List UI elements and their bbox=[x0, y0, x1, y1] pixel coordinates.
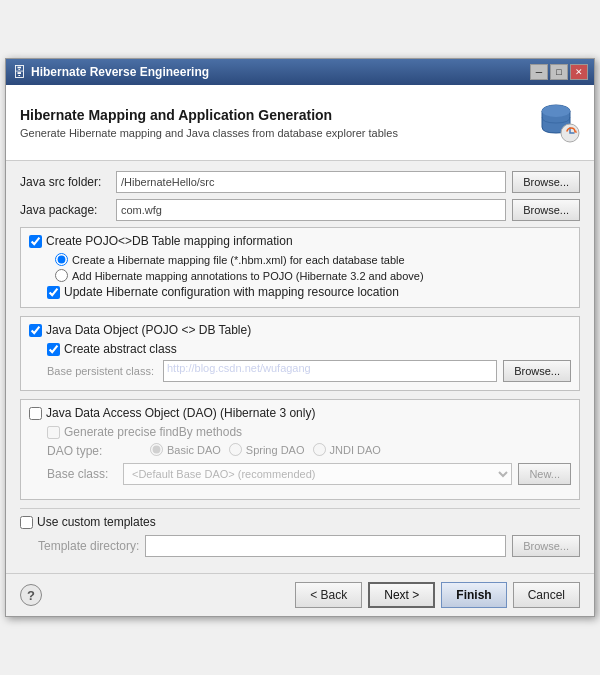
back-button[interactable]: < Back bbox=[295, 582, 362, 608]
jdo-checkbox-label[interactable]: Java Data Object (POJO <> DB Table) bbox=[29, 323, 251, 337]
title-bar-buttons: ─ □ ✕ bbox=[530, 64, 588, 80]
custom-templates-checkbox-label[interactable]: Use custom templates bbox=[20, 515, 580, 529]
db-sync-icon bbox=[532, 97, 580, 145]
radio-hbm-label[interactable]: Create a Hibernate mapping file (*.hbm.x… bbox=[55, 253, 571, 266]
main-window: 🗄 Hibernate Reverse Engineering ─ □ ✕ Hi… bbox=[5, 58, 595, 617]
findby-text: Generate precise findBy methods bbox=[64, 425, 242, 439]
jndi-dao-radio[interactable] bbox=[313, 443, 326, 456]
abstract-class-checkbox-label[interactable]: Create abstract class bbox=[47, 342, 571, 356]
help-button[interactable]: ? bbox=[20, 584, 42, 606]
spring-dao-label[interactable]: Spring DAO bbox=[229, 443, 305, 456]
pojo-db-checkbox-label[interactable]: Create POJO<>DB Table mapping informatio… bbox=[29, 234, 293, 248]
window-title: Hibernate Reverse Engineering bbox=[31, 65, 525, 79]
radio-annotation[interactable] bbox=[55, 269, 68, 282]
pojo-db-label: Create POJO<>DB Table mapping informatio… bbox=[46, 234, 293, 248]
radio-annotation-label[interactable]: Add Hibernate mapping annotations to POJ… bbox=[55, 269, 571, 282]
maximize-button[interactable]: □ bbox=[550, 64, 568, 80]
findby-checkbox-label[interactable]: Generate precise findBy methods bbox=[47, 425, 571, 439]
jdo-label: Java Data Object (POJO <> DB Table) bbox=[46, 323, 251, 337]
custom-templates-checkbox[interactable] bbox=[20, 516, 33, 529]
dao-label: Java Data Access Object (DAO) (Hibernate… bbox=[46, 406, 315, 420]
finish-button[interactable]: Finish bbox=[441, 582, 506, 608]
spring-dao-radio[interactable] bbox=[229, 443, 242, 456]
header-icon bbox=[532, 97, 580, 148]
dao-type-row: DAO type: Basic DAO Spring DAO JNDI D bbox=[47, 443, 571, 459]
dao-section-title: Java Data Access Object (DAO) (Hibernate… bbox=[29, 406, 571, 420]
basic-dao-text: Basic DAO bbox=[167, 444, 221, 456]
close-button[interactable]: ✕ bbox=[570, 64, 588, 80]
java-package-browse-button[interactable]: Browse... bbox=[512, 199, 580, 221]
radio-hbm-text: Create a Hibernate mapping file (*.hbm.x… bbox=[72, 254, 405, 266]
java-package-row: Java package: Browse... bbox=[20, 199, 580, 221]
abstract-class-text: Create abstract class bbox=[64, 342, 177, 356]
page-title: Hibernate Mapping and Application Genera… bbox=[20, 107, 398, 123]
base-class-row: Base class: <Default Base DAO> (recommen… bbox=[47, 463, 571, 485]
radio-annotation-text: Add Hibernate mapping annotations to POJ… bbox=[72, 270, 424, 282]
title-bar: 🗄 Hibernate Reverse Engineering ─ □ ✕ bbox=[6, 59, 594, 85]
java-data-object-section: Java Data Object (POJO <> DB Table) Crea… bbox=[20, 316, 580, 391]
java-package-input[interactable] bbox=[116, 199, 506, 221]
dao-checkbox-label[interactable]: Java Data Access Object (DAO) (Hibernate… bbox=[29, 406, 315, 420]
java-src-input[interactable] bbox=[116, 171, 506, 193]
findby-checkbox[interactable] bbox=[47, 426, 60, 439]
basic-dao-label[interactable]: Basic DAO bbox=[150, 443, 221, 456]
jndi-dao-text: JNDI DAO bbox=[330, 444, 381, 456]
svg-point-1 bbox=[542, 105, 570, 117]
minimize-button[interactable]: ─ bbox=[530, 64, 548, 80]
custom-templates-label: Use custom templates bbox=[37, 515, 156, 529]
radio-hbm[interactable] bbox=[55, 253, 68, 266]
spring-dao-text: Spring DAO bbox=[246, 444, 305, 456]
base-persistent-row: Base persistent class: http://blog.csdn.… bbox=[47, 360, 571, 382]
base-persistent-input[interactable] bbox=[163, 360, 497, 382]
cancel-button[interactable]: Cancel bbox=[513, 582, 580, 608]
java-src-row: Java src folder: Browse... bbox=[20, 171, 580, 193]
header-section: Hibernate Mapping and Application Genera… bbox=[6, 85, 594, 161]
custom-templates-section: Use custom templates Template directory:… bbox=[20, 515, 580, 557]
dao-checkbox[interactable] bbox=[29, 407, 42, 420]
template-dir-label: Template directory: bbox=[38, 539, 139, 553]
footer: ? < Back Next > Finish Cancel bbox=[6, 573, 594, 616]
template-browse-button[interactable]: Browse... bbox=[512, 535, 580, 557]
base-class-select[interactable]: <Default Base DAO> (recommended) bbox=[123, 463, 512, 485]
template-dir-row: Template directory: Browse... bbox=[20, 535, 580, 557]
update-config-text: Update Hibernate configuration with mapp… bbox=[64, 285, 399, 299]
update-config-checkbox-label[interactable]: Update Hibernate configuration with mapp… bbox=[47, 285, 571, 299]
jdo-options: Create abstract class Base persistent cl… bbox=[29, 342, 571, 382]
footer-buttons: < Back Next > Finish Cancel bbox=[295, 582, 580, 608]
pojo-db-checkbox[interactable] bbox=[29, 235, 42, 248]
basic-dao-radio[interactable] bbox=[150, 443, 163, 456]
header-text: Hibernate Mapping and Application Genera… bbox=[20, 107, 398, 139]
pojo-db-options: Create a Hibernate mapping file (*.hbm.x… bbox=[29, 253, 571, 299]
base-persistent-label: Base persistent class: bbox=[47, 365, 157, 377]
base-class-label: Base class: bbox=[47, 467, 117, 481]
dao-type-label: DAO type: bbox=[47, 444, 137, 458]
jndi-dao-label[interactable]: JNDI DAO bbox=[313, 443, 381, 456]
dao-section: Java Data Access Object (DAO) (Hibernate… bbox=[20, 399, 580, 500]
template-dir-input[interactable] bbox=[145, 535, 506, 557]
new-button[interactable]: New... bbox=[518, 463, 571, 485]
abstract-class-checkbox[interactable] bbox=[47, 343, 60, 356]
window-icon: 🗄 bbox=[12, 64, 26, 80]
jdo-checkbox[interactable] bbox=[29, 324, 42, 337]
content-area: Java src folder: Browse... Java package:… bbox=[6, 161, 594, 573]
dao-radio-group: Basic DAO Spring DAO JNDI DAO bbox=[142, 443, 381, 459]
next-button[interactable]: Next > bbox=[368, 582, 435, 608]
pojo-db-section: Create POJO<>DB Table mapping informatio… bbox=[20, 227, 580, 308]
pojo-db-section-title: Create POJO<>DB Table mapping informatio… bbox=[29, 234, 571, 248]
java-src-label: Java src folder: bbox=[20, 175, 110, 189]
java-package-label: Java package: bbox=[20, 203, 110, 217]
java-src-browse-button[interactable]: Browse... bbox=[512, 171, 580, 193]
base-persistent-input-wrap: http://blog.csdn.net/wufagang bbox=[163, 360, 497, 382]
java-data-object-title: Java Data Object (POJO <> DB Table) bbox=[29, 323, 571, 337]
dao-options: Generate precise findBy methods DAO type… bbox=[29, 425, 571, 485]
divider bbox=[20, 508, 580, 509]
base-persistent-browse-button[interactable]: Browse... bbox=[503, 360, 571, 382]
page-subtitle: Generate Hibernate mapping and Java clas… bbox=[20, 127, 398, 139]
update-config-checkbox[interactable] bbox=[47, 286, 60, 299]
